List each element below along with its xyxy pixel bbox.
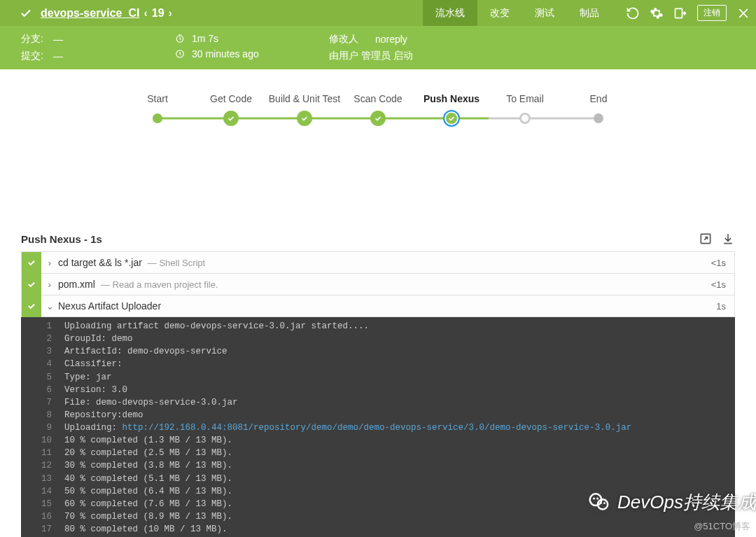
line-text: 70 % completed (8.9 MB / 13 MB). (64, 510, 232, 523)
console-output: 1Uploading artifact demo-devops-service-… (21, 317, 735, 537)
step-duration: 1s (716, 301, 726, 312)
line-text: 60 % completed (7.6 MB / 13 MB). (64, 498, 232, 510)
stage-label: To Email (506, 93, 544, 104)
step-name: cd target && ls *.jar (58, 257, 142, 268)
step-duration: <1s (711, 279, 726, 290)
stage-start[interactable]: Start (121, 93, 195, 127)
meta-bar: 分支:— 提交:— 1m 7s 30 minutes ago 修改人 norep… (0, 26, 756, 69)
line-number: 12 (28, 459, 52, 472)
step-row[interactable]: ›pom.xml— Read a maven project file.<1s (22, 274, 734, 295)
line-number: 13 (28, 473, 52, 485)
steps-list: ›cd target && ls *.jar— Shell Script<1s›… (21, 251, 735, 317)
line-text: Type: jar (64, 371, 112, 384)
attribution: @51CTO博客 (694, 520, 750, 533)
line-text: 20 % completed (2.5 MB / 13 MB). (64, 447, 232, 459)
line-text: ArtifactId: demo-devops-service (64, 345, 227, 358)
started-by: 由用户 管理员 启动 (329, 50, 413, 62)
console-line: 1340 % completed (5.1 MB / 13 MB). (21, 473, 735, 485)
console-line: 1120 % completed (2.5 MB / 13 MB). (21, 447, 735, 459)
job-name-link[interactable]: devops-service_CI (41, 7, 139, 20)
step-row[interactable]: ⌄Nexus Artifact Uploader1s (22, 295, 734, 317)
console-line: 1010 % completed (1.3 MB / 13 MB). (21, 434, 735, 447)
line-number: 2 (28, 333, 52, 345)
pipeline-graph: StartGet CodeBuild & Unit TestScan CodeP… (0, 69, 756, 141)
line-number: 5 (28, 371, 52, 384)
chevron-right-icon[interactable]: › (169, 7, 172, 20)
line-text: 80 % completed (10 MB / 13 MB). (64, 523, 227, 536)
run-number: 19 (152, 7, 164, 20)
chevron-right-icon[interactable]: › (41, 279, 58, 290)
console-line: 1670 % completed (8.9 MB / 13 MB). (21, 510, 735, 523)
line-number: 6 (28, 384, 52, 396)
close-icon[interactable] (736, 6, 750, 20)
commit-value: — (53, 50, 63, 62)
stage-label: Push Nexus (424, 93, 479, 104)
stage-end[interactable]: End (562, 93, 636, 127)
console-line: 1780 % completed (10 MB / 13 MB). (21, 523, 735, 536)
stage-label: Start (147, 93, 168, 104)
stage-to-email[interactable]: To Email (489, 93, 562, 127)
chevron-left-icon[interactable]: ‹ (144, 7, 147, 20)
step-desc: — Shell Script (148, 258, 205, 268)
console-line: 4Classifier: (21, 358, 735, 370)
line-text: Version: 3.0 (64, 384, 127, 396)
branch-value: — (53, 34, 63, 45)
line-text: 50 % completed (6.4 MB / 13 MB). (64, 485, 232, 498)
stage-build-unit-test[interactable]: Build & Unit Test (268, 93, 342, 127)
exit-icon[interactable] (673, 6, 687, 20)
rerun-icon[interactable] (626, 6, 640, 20)
step-name: pom.xml (58, 279, 95, 290)
line-text: Classifier: (64, 358, 122, 370)
line-number: 9 (28, 421, 52, 434)
tab-artifacts[interactable]: 制品 (567, 0, 612, 26)
line-number: 16 (28, 510, 52, 523)
console-line: 1Uploading artifact demo-devops-service-… (21, 320, 735, 333)
console-line: 2GroupId: demo (21, 333, 735, 345)
line-text: GroupId: demo (64, 333, 133, 345)
stage-label: Get Code (210, 93, 252, 104)
line-number: 14 (28, 485, 52, 498)
header-actions: 注销 (626, 5, 750, 21)
breadcrumb: devops-service_CI ‹ 19 › (41, 7, 423, 20)
line-number: 3 (28, 345, 52, 358)
tab-changes[interactable]: 改变 (477, 0, 522, 26)
line-number: 7 (28, 396, 52, 409)
stage-push-nexus[interactable]: Push Nexus (415, 93, 489, 127)
line-number: 8 (28, 409, 52, 421)
step-status-icon (22, 252, 41, 274)
line-number: 4 (28, 358, 52, 370)
line-text: File: demo-devops-service-3.0.jar (64, 396, 238, 409)
header-tabs: 流水线 改变 测试 制品 (423, 0, 612, 26)
logout-button[interactable]: 注销 (697, 5, 727, 21)
changed-by-value: noreply (375, 34, 407, 45)
stage-scan-code[interactable]: Scan Code (342, 93, 415, 127)
step-row[interactable]: ›cd target && ls *.jar— Shell Script<1s (22, 252, 734, 274)
branch-label: 分支: (21, 33, 46, 46)
line-text: Uploading: http://192.168.0.44:8081/repo… (64, 421, 631, 434)
step-name: Nexus Artifact Uploader (58, 300, 161, 312)
step-status-icon (22, 295, 41, 317)
open-external-icon[interactable] (699, 232, 713, 246)
duration-value: 1m 7s (192, 33, 218, 44)
download-icon[interactable] (721, 232, 735, 246)
line-text: 40 % completed (5.1 MB / 13 MB). (64, 473, 232, 485)
tab-tests[interactable]: 测试 (522, 0, 567, 26)
chevron-right-icon[interactable]: › (41, 258, 58, 268)
console-line: 6Version: 3.0 (21, 384, 735, 396)
stage-get-code[interactable]: Get Code (195, 93, 268, 127)
line-number: 17 (28, 523, 52, 536)
gear-icon[interactable] (650, 6, 664, 20)
line-number: 10 (28, 434, 52, 447)
line-text: Repository:demo (64, 409, 144, 421)
console-line: 1560 % completed (7.6 MB / 13 MB). (21, 498, 735, 510)
line-number: 15 (28, 498, 52, 510)
svg-rect-0 (676, 8, 682, 18)
stage-label: Build & Unit Test (269, 93, 340, 104)
line-text: Uploading artifact demo-devops-service-3… (64, 320, 369, 333)
stage-title: Push Nexus - 1s (21, 233, 102, 245)
tab-pipeline[interactable]: 流水线 (423, 0, 477, 26)
line-text: 10 % completed (1.3 MB / 13 MB). (64, 434, 232, 447)
console-line: 7File: demo-devops-service-3.0.jar (21, 396, 735, 409)
chevron-down-icon[interactable]: ⌄ (41, 301, 58, 312)
duration-icon (175, 34, 185, 43)
